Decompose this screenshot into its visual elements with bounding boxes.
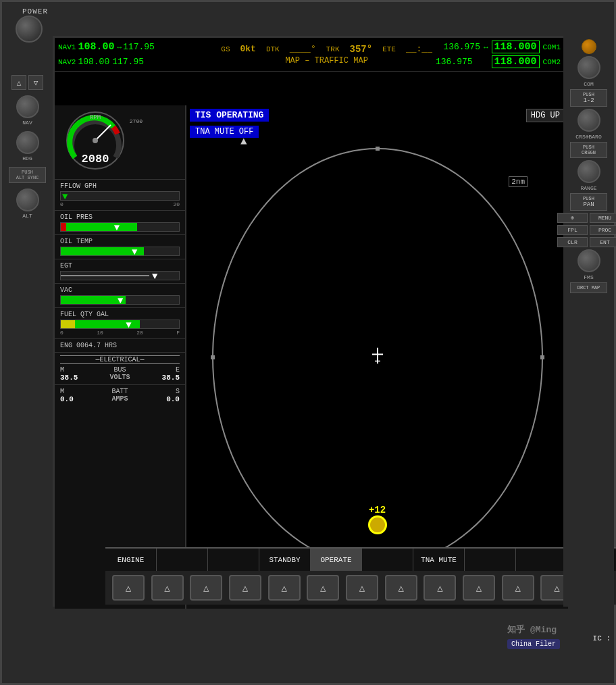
alt-knob[interactable] [16,188,39,211]
vac-section: VAC ▼ [55,284,185,308]
arrow-button-bar: △ △ △ △ △ △ △ △ △ △ △ △ △ [105,571,616,605]
hdg-label: HDG [22,155,32,161]
fuel-f: F [176,330,180,336]
bus-row: M BUS E [60,366,180,374]
rpm-section: RPM 2080 2700 [55,105,185,180]
trk-label: TRK [326,45,340,53]
pan-btn[interactable]: PUSH PAN [570,193,607,211]
direct-map-btn[interactable]: DRCT MAP [570,282,607,293]
oil-pres-needle: ▼ [114,222,120,233]
left-down-btn[interactable]: ▽ [28,75,43,90]
amps-label: AMPS [111,395,128,403]
vac-needle: ▼ [118,295,123,306]
hdg-knob-section: HDG [16,131,39,161]
right-orange-knob[interactable] [582,39,596,54]
zoom-plus-btn[interactable]: ⊕ [557,213,588,223]
volts-m: 38.5 [60,374,78,382]
header-center: GS 0kt DTK ____° TRK 357° ETE __:__ MAP … [221,43,432,67]
elec-bus: BUS [113,366,126,374]
menu-btn[interactable]: MENU [590,213,616,223]
batt-row: M BATT S [60,388,180,395]
arrow-btn-8[interactable]: △ [385,575,417,601]
arrow-btn-5[interactable]: △ [268,575,301,601]
zoom-menu-row: ⊕ MENU [557,213,616,223]
oil-pres-red [61,223,66,231]
arrow-btn-11[interactable]: △ [502,575,534,601]
device-bezel: POWER NAV1 108.00 ↔ 117.95 NAV2 108.00 1… [0,0,616,685]
map-display: TIS OPERATING TNA MUTE OFF HDG UP ▲ [186,105,568,609]
proc-btn[interactable]: PROC [590,225,616,235]
electrical-title: —ELECTRICAL— [60,355,180,364]
alt-sync-btn[interactable]: PUSH ALT SYNC [9,167,46,183]
softkey-operate[interactable]: OPERATE [311,549,362,571]
arrow-btn-4[interactable]: △ [229,575,261,601]
tna-banner: TNA MUTE OFF [190,126,259,138]
range-knob[interactable] [578,160,600,183]
arrow-btn-1[interactable]: △ [112,575,145,601]
softkey-standby[interactable]: STANDBY [259,549,311,571]
softkey-empty-5 [516,549,567,571]
batt-s: S [176,388,180,395]
push-1-2-btn[interactable]: PUSH 1-2 [570,89,607,107]
com-outer-knob[interactable] [578,56,600,79]
com2-row: 136.975 118.000 COM2 [436,55,561,70]
dtk-label: DTK [266,45,280,53]
egt-bar: ▼ [60,271,180,280]
nav-knob-section: NAV [16,95,39,126]
arrow-btn-3[interactable]: △ [190,575,222,601]
clr-btn[interactable]: CLR [557,237,588,247]
amps-s: 0.0 [166,395,180,403]
batt-m: M [60,388,64,395]
arrow-btn-10[interactable]: △ [463,575,495,601]
range-section: RANGE [565,160,612,191]
com-label: COM [584,81,593,87]
softkey-tna-mute[interactable]: TNA MUTE [413,549,465,571]
power-knob[interactable] [16,16,43,43]
vac-bar: ▼ [60,295,180,305]
egt-label: EGT [60,262,180,270]
softkey-engine[interactable]: ENGINE [105,549,157,571]
arrow-btn-2[interactable]: △ [151,575,184,601]
nav-knob[interactable] [16,95,39,118]
fms-section: FMS [565,249,612,280]
fflow-label: FFLOW GPH [60,182,180,190]
fflow-scale-high: 20 [173,201,180,207]
fms-knob[interactable] [578,249,600,272]
com2-freq-left: 136.975 [436,57,473,67]
svg-point-2 [93,138,98,143]
oil-temp-section: OIL TEMP ▼ [55,235,185,259]
fpl-btn[interactable]: FPL [557,225,588,235]
rpm-label: RPM [90,114,101,121]
power-label: POWER [22,7,48,16]
softkey-empty-2 [208,549,259,571]
oil-pres-label: OIL PRES [60,213,180,221]
arrow-btn-6[interactable]: △ [307,575,339,601]
nav1-row: NAV1 108.00 ↔ 117.95 [58,40,217,55]
nav-left-panel: NAV1 108.00 ↔ 117.95 NAV2 108.00 117.95 [55,39,221,71]
fuel-bar: ▼ [60,320,180,329]
arrow-btn-9[interactable]: △ [424,575,456,601]
crs-baro-knob[interactable] [578,109,600,132]
left-up-btn[interactable]: △ [11,75,26,90]
airplane-svg [371,347,384,363]
trk-value: 357° [350,44,373,55]
traffic-icon [368,515,387,534]
main-screen: NAV1 108.00 ↔ 117.95 NAV2 108.00 117.95 … [53,36,566,607]
range-label: 2nm [509,176,528,187]
ent-btn[interactable]: ENT [590,237,616,247]
nav-label: NAV [22,120,32,126]
hdg-up-label: HDG UP [526,109,565,122]
eng-hours: ENG 0064.7 HRS [60,342,180,349]
rpm-gauge: RPM 2080 2700 [65,110,126,171]
right-controls-panel: COM PUSH 1-2 CRS⊕BARO PUSH CRSGN RANGE P… [563,36,614,607]
com1-freq-left: 136.975 [443,42,480,52]
battery-section: M BATT S 0.0 AMPS 0.0 [55,385,185,406]
amps-m: 0.0 [60,395,74,403]
fuel-needle: ▼ [126,320,131,330]
amps-row: 0.0 AMPS 0.0 [60,395,180,403]
hdg-knob[interactable] [16,131,39,154]
push-crsgn-btn[interactable]: PUSH CRSGN [570,142,607,158]
traffic-altitude: +12 [368,505,387,515]
fflow-scale: 0 20 [60,201,180,207]
arrow-btn-7[interactable]: △ [346,575,378,601]
